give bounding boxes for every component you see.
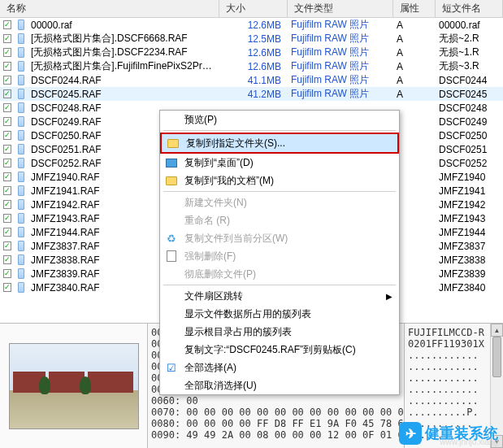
file-size: 12.6MB — [219, 20, 288, 31]
file-name: [无损格式图片集合].DSCF2234.RAF — [28, 46, 219, 59]
menu-show-file-clusters[interactable]: 显示文件数据所占用的簇列表 — [160, 305, 399, 323]
column-header-name[interactable]: 名称 — [0, 0, 219, 17]
file-shortname: DSCF0251 — [436, 144, 503, 155]
row-checkbox[interactable]: ✓ — [0, 34, 15, 43]
table-row[interactable]: ✓DSCF0244.RAF41.1MBFujifilm RAW 照片ADSCF0… — [0, 73, 503, 87]
file-shortname: JMFZ1942 — [436, 199, 503, 211]
file-shortname: DSCF0248 — [436, 102, 503, 114]
row-checkbox[interactable]: ✓ — [0, 48, 15, 57]
row-checkbox[interactable]: ✓ — [0, 131, 15, 140]
file-shortname: JMFZ3839 — [436, 268, 503, 280]
file-attr: A — [393, 47, 436, 59]
watermark-badge-icon: ✈ — [399, 422, 422, 445]
row-checkbox[interactable]: ✓ — [0, 283, 15, 292]
menu-preview[interactable]: 预览(P) — [160, 111, 399, 128]
menu-copy-to-folder[interactable]: 复制到指定文件夹(S)... — [160, 133, 399, 154]
column-header-short[interactable]: 短文件名 — [436, 0, 503, 17]
row-checkbox[interactable]: ✓ — [0, 200, 15, 209]
table-row[interactable]: ✓[无损格式图片集合].FujifilmFinePixS2Pro_Ta...12… — [0, 59, 503, 73]
table-row[interactable]: ✓DSCF0245.RAF41.2MBFujifilm RAW 照片ADSCF0… — [0, 87, 503, 101]
scroll-thumb[interactable] — [492, 337, 501, 377]
file-icon — [15, 199, 28, 210]
row-checkbox[interactable]: ✓ — [0, 89, 15, 98]
file-type: Fujifilm RAW 照片 — [288, 46, 393, 59]
column-header-attr[interactable]: 属性 — [393, 0, 436, 17]
file-attr: A — [393, 33, 436, 45]
file-name: DSCF0245.RAF — [28, 89, 219, 100]
file-shortname: 00000.raf — [436, 20, 503, 31]
file-icon — [15, 61, 28, 72]
file-attr: A — [393, 20, 436, 31]
file-shortname: 无损~3.R — [436, 59, 503, 73]
row-checkbox[interactable]: ✓ — [0, 159, 15, 167]
row-checkbox[interactable]: ✓ — [0, 172, 15, 181]
file-size: 41.1MB — [219, 75, 288, 86]
preview-image — [9, 343, 139, 429]
menu-full-delete: 彻底删除文件(P) — [160, 265, 399, 283]
table-row[interactable]: ✓00000.raf12.6MBFujifilm RAW 照片A00000.ra… — [0, 18, 503, 32]
file-icon — [15, 144, 28, 154]
file-icon — [15, 102, 28, 113]
table-row[interactable]: ✓[无损格式图片集合].DSCF2234.RAF12.6MBFujifilm R… — [0, 46, 503, 59]
column-header-size[interactable]: 大小 — [219, 0, 288, 17]
menu-copy-to-desktop[interactable]: 复制到“桌面”(D) — [160, 154, 399, 172]
menu-new-folder: 新建文件夹(N) — [160, 194, 399, 211]
file-attr: A — [393, 89, 436, 100]
check-icon: ☑ — [165, 361, 178, 374]
row-checkbox[interactable]: ✓ — [0, 103, 15, 112]
menu-force-delete: 强制删除(F) — [160, 247, 399, 265]
file-icon — [15, 172, 28, 182]
menu-copy-text[interactable]: 复制文字:“DSCF0245.RAF”到剪贴板(C) — [160, 341, 399, 359]
menu-show-root-clusters[interactable]: 显示根目录占用的簇列表 — [160, 323, 399, 341]
row-checkbox[interactable]: ✓ — [0, 62, 15, 71]
file-icon — [15, 282, 28, 293]
file-name: [无损格式图片集合].DSCF6668.RAF — [28, 32, 219, 46]
menu-file-cluster-jump[interactable]: 文件扇区跳转 ▶ — [160, 287, 399, 305]
file-shortname: DSCF0250 — [436, 130, 503, 141]
file-icon — [15, 89, 28, 99]
desktop-icon — [165, 156, 178, 169]
row-checkbox[interactable]: ✓ — [0, 117, 15, 126]
file-shortname: 无损~2.R — [436, 32, 503, 46]
row-checkbox[interactable]: ✓ — [0, 228, 15, 237]
file-icon — [15, 33, 28, 44]
file-name: DSCF0244.RAF — [28, 75, 219, 86]
folder-icon — [165, 174, 178, 187]
file-icon — [15, 185, 28, 196]
column-header-type[interactable]: 文件类型 — [288, 0, 393, 17]
menu-rename: 重命名 (R) — [160, 211, 399, 229]
menu-copy-to-partition: ♻ 复制文件到当前分区(W) — [160, 229, 399, 247]
file-attr: A — [393, 75, 436, 86]
row-checkbox[interactable]: ✓ — [0, 255, 15, 264]
file-icon — [15, 268, 28, 279]
preview-pane — [0, 324, 148, 448]
file-shortname: DSCF0252 — [436, 158, 503, 169]
file-type: Fujifilm RAW 照片 — [288, 18, 393, 32]
table-row[interactable]: ✓[无损格式图片集合].DSCF6668.RAF12.5MBFujifilm R… — [0, 32, 503, 46]
file-shortname: JMFZ1941 — [436, 185, 503, 197]
file-icon — [15, 20, 28, 30]
scroll-up-button[interactable]: ▲ — [491, 324, 503, 337]
file-shortname: 无损~1.R — [436, 46, 503, 59]
menu-select-all[interactable]: ☑ 全部选择(A) — [160, 359, 399, 376]
column-header-row: 名称 大小 文件类型 属性 短文件名 — [0, 0, 503, 18]
file-icon — [15, 130, 28, 141]
menu-deselect-all[interactable]: 全部取消选择(U) — [160, 376, 399, 394]
file-shortname: JMFZ1940 — [436, 172, 503, 183]
row-checkbox[interactable]: ✓ — [0, 269, 15, 278]
menu-copy-to-docs[interactable]: 复制到“我的文档”(M) — [160, 172, 399, 189]
row-checkbox[interactable]: ✓ — [0, 186, 15, 195]
file-shortname: DSCF0249 — [436, 116, 503, 128]
file-name: [无损格式图片集合].FujifilmFinePixS2Pro_Ta... — [28, 59, 219, 73]
file-attr: A — [393, 61, 436, 72]
recycle-icon: ♻ — [165, 232, 178, 245]
file-size: 12.6MB — [219, 47, 288, 59]
row-checkbox[interactable]: ✓ — [0, 20, 15, 29]
row-checkbox[interactable]: ✓ — [0, 241, 15, 250]
menu-separator — [163, 191, 396, 192]
row-checkbox[interactable]: ✓ — [0, 76, 15, 85]
file-type: Fujifilm RAW 照片 — [288, 73, 393, 87]
row-checkbox[interactable]: ✓ — [0, 214, 15, 223]
file-size: 12.5MB — [219, 33, 288, 45]
row-checkbox[interactable]: ✓ — [0, 145, 15, 154]
